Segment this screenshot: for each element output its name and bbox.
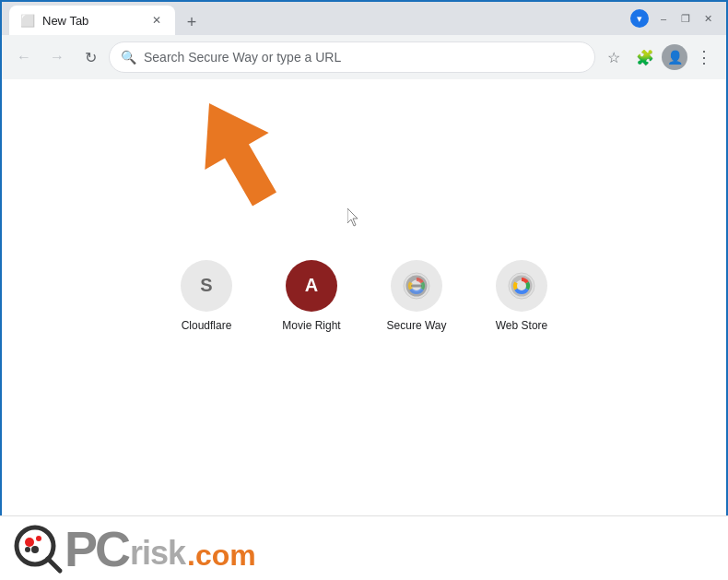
tab-title: New Tab [42, 14, 88, 28]
pcr-logo: PC risk .com [65, 524, 256, 574]
shortcuts-grid: S Cloudflare A Movie Right [165, 260, 563, 332]
title-bar: ⬜ New Tab ✕ + ▾ – ❐ ✕ [2, 2, 726, 35]
shortcut-web-store[interactable]: Web Store [480, 260, 563, 332]
orange-arrow [182, 87, 292, 219]
active-tab[interactable]: ⬜ New Tab ✕ [9, 6, 175, 35]
bookmark-button[interactable]: ☆ [599, 42, 628, 72]
search-icon: 🔍 [121, 50, 136, 65]
cloudflare-label: Cloudflare [182, 319, 232, 332]
close-button[interactable]: ✕ [700, 11, 715, 26]
tab-close-button[interactable]: ✕ [149, 13, 164, 28]
profile-dropdown-icon[interactable]: ▾ [630, 9, 649, 28]
forward-button[interactable]: → [42, 42, 72, 72]
main-content: S Cloudflare A Movie Right [2, 79, 726, 549]
movie-right-icon: A [286, 260, 337, 312]
extensions-button[interactable]: 🧩 [630, 42, 660, 72]
pcr-pc-text: PC [65, 524, 128, 574]
maximize-button[interactable]: ❐ [678, 11, 693, 26]
tab-area: ⬜ New Tab ✕ + [9, 2, 630, 35]
cloudflare-icon: S [181, 260, 232, 312]
mouse-cursor [347, 208, 362, 227]
movie-right-label: Movie Right [282, 319, 340, 332]
svg-point-12 [36, 536, 41, 541]
pcr-magnify-icon [11, 522, 65, 575]
nav-right-controls: ☆ 🧩 👤 ⋮ [599, 42, 719, 72]
pcr-risk-text: risk [130, 537, 185, 570]
back-button[interactable]: ← [9, 42, 39, 72]
new-tab-button[interactable]: + [179, 9, 205, 35]
web-store-icon [496, 260, 547, 312]
svg-point-14 [25, 547, 30, 552]
svg-line-10 [48, 559, 60, 571]
svg-rect-5 [411, 284, 422, 287]
minimize-button[interactable]: – [656, 11, 671, 26]
shortcut-cloudflare[interactable]: S Cloudflare [165, 260, 248, 332]
svg-point-11 [25, 538, 34, 547]
tab-favicon: ⬜ [20, 14, 35, 28]
refresh-button[interactable]: ↻ [76, 42, 105, 72]
svg-marker-0 [182, 87, 292, 216]
shortcut-movie-right[interactable]: A Movie Right [270, 260, 353, 332]
secure-way-label: Secure Way [387, 319, 447, 332]
search-placeholder-text: Search Secure Way or type a URL [144, 50, 341, 65]
svg-point-8 [517, 281, 526, 290]
more-button[interactable]: ⋮ [689, 42, 719, 72]
navigation-bar: ← → ↻ 🔍 Search Secure Way or type a URL … [2, 35, 726, 79]
secure-way-icon [391, 260, 442, 312]
profile-button[interactable]: 👤 [662, 44, 687, 70]
pcr-dotcom-text: .com [187, 540, 256, 570]
footer-watermark: PC risk .com [0, 515, 728, 580]
window-controls: – ❐ ✕ [656, 11, 719, 26]
shortcut-secure-way[interactable]: Secure Way [375, 260, 458, 332]
svg-point-13 [31, 546, 39, 553]
web-store-label: Web Store [496, 319, 547, 332]
svg-marker-1 [347, 208, 358, 226]
address-bar[interactable]: 🔍 Search Secure Way or type a URL [109, 41, 595, 73]
